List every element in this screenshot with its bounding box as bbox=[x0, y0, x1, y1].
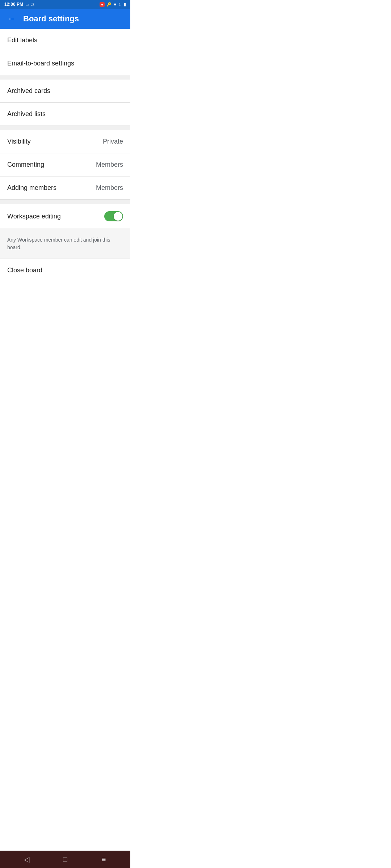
page-title: Board settings bbox=[23, 14, 125, 24]
bluetooth-icon: ✱ bbox=[113, 2, 117, 7]
toggle-switch[interactable] bbox=[104, 211, 123, 221]
visibility-value: Private bbox=[103, 138, 123, 145]
workspace-editing-item[interactable]: Workspace editing bbox=[0, 204, 130, 229]
edit-labels-label: Edit labels bbox=[7, 37, 37, 44]
divider-3 bbox=[0, 200, 130, 204]
workspace-info-text: Any Workspace member can edit and join t… bbox=[7, 237, 110, 250]
workspace-info-box: Any Workspace member can edit and join t… bbox=[0, 229, 130, 259]
back-arrow-icon: ← bbox=[8, 14, 16, 24]
record-icon: ● bbox=[100, 2, 105, 7]
wifi-icon: ⇄ bbox=[31, 2, 34, 7]
screen-record-icon: ▭ bbox=[25, 2, 29, 7]
visibility-label: Visibility bbox=[7, 138, 31, 145]
status-time: 12:00 PM bbox=[4, 2, 23, 7]
key-icon: 🔑 bbox=[106, 2, 112, 7]
workspace-editing-label: Workspace editing bbox=[7, 213, 61, 220]
commenting-item[interactable]: Commenting Members bbox=[0, 153, 130, 176]
commenting-value: Members bbox=[96, 161, 123, 169]
battery-icon: ▮ bbox=[124, 2, 126, 7]
adding-members-value: Members bbox=[96, 184, 123, 192]
toggle-thumb bbox=[114, 212, 122, 221]
archived-cards-item[interactable]: Archived cards bbox=[0, 80, 130, 103]
email-to-board-item[interactable]: Email-to-board settings bbox=[0, 52, 130, 75]
visibility-item[interactable]: Visibility Private bbox=[0, 130, 130, 153]
topbar: ← Board settings bbox=[0, 9, 130, 29]
archived-lists-item[interactable]: Archived lists bbox=[0, 103, 130, 126]
workspace-editing-toggle[interactable] bbox=[104, 211, 123, 221]
commenting-label: Commenting bbox=[7, 161, 44, 169]
status-bar: 12:00 PM ▭ ⇄ ● 🔑 ✱ ☾ ▮ bbox=[0, 0, 130, 9]
adding-members-label: Adding members bbox=[7, 184, 56, 192]
edit-labels-item[interactable]: Edit labels bbox=[0, 29, 130, 52]
settings-list: Edit labels Email-to-board settings Arch… bbox=[0, 29, 130, 282]
archived-lists-label: Archived lists bbox=[7, 110, 46, 118]
close-board-item[interactable]: Close board bbox=[0, 259, 130, 282]
close-board-label: Close board bbox=[7, 267, 42, 274]
divider-2 bbox=[0, 126, 130, 130]
status-bar-left: 12:00 PM ▭ ⇄ bbox=[4, 2, 34, 7]
toggle-track bbox=[104, 211, 123, 221]
email-to-board-label: Email-to-board settings bbox=[7, 60, 74, 67]
bottom-spacer bbox=[0, 282, 130, 304]
moon-icon: ☾ bbox=[118, 2, 122, 7]
adding-members-item[interactable]: Adding members Members bbox=[0, 176, 130, 200]
status-bar-right: ● 🔑 ✱ ☾ ▮ bbox=[100, 2, 126, 7]
archived-cards-label: Archived cards bbox=[7, 87, 50, 95]
divider-1 bbox=[0, 75, 130, 80]
back-button[interactable]: ← bbox=[6, 13, 17, 25]
